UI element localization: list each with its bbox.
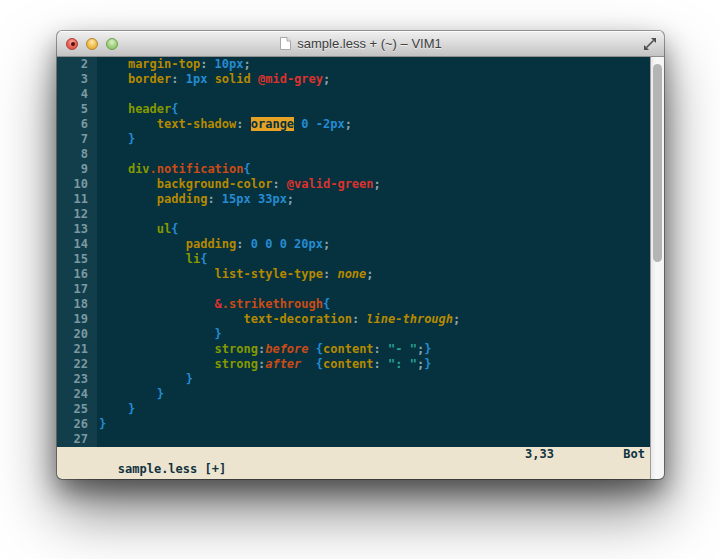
code-text: &.strikethrough{ [97,297,650,312]
code-token [251,72,258,86]
code-text: strong:before {content: "- ";} [97,342,650,357]
code-token [99,57,128,71]
code-token: before [265,342,308,356]
code-line: 18 &.strikethrough{ [57,297,650,312]
code-token [99,297,215,311]
code-token [207,72,214,86]
zoom-icon[interactable] [106,38,118,50]
code-token [99,357,215,371]
code-token: & [215,297,222,311]
code-token: : [352,312,366,326]
code-text: div.notification{ [97,162,650,177]
line-number: 4 [57,87,97,102]
code-text: border: 1px solid @mid-grey; [97,72,650,87]
line-number: 5 [57,102,97,117]
code-line: 24 } [57,387,650,402]
code-line: 17 [57,282,650,297]
code-text: } [97,387,650,402]
code-line: 7 } [57,132,650,147]
code-token: padding [186,237,237,251]
code-token: : [323,267,337,281]
document-icon [279,36,292,51]
line-number: 24 [57,387,97,402]
line-number: 2 [57,57,97,72]
code-token: } [99,417,106,431]
line-number: 16 [57,267,97,282]
code-token: : [200,57,214,71]
fullscreen-arrows-icon[interactable] [643,37,657,51]
code-token: li [186,252,200,266]
code-token: { [171,102,178,116]
code-token: text-shadow [157,117,236,131]
code-token: none [337,267,366,281]
code-token: border [128,72,171,86]
code-line: 12 [57,207,650,222]
code-text [97,207,650,222]
code-token [99,237,186,251]
code-token: ": " [388,357,417,371]
line-number: 11 [57,192,97,207]
code-token: ; [345,117,352,131]
code-token: orange [251,117,294,131]
code-token [99,222,157,236]
code-token: margin-top [128,57,200,71]
code-token: after [265,357,301,371]
code-token: content [323,357,374,371]
code-token: padding [157,192,208,206]
code-token: ; [453,312,460,326]
code-token: solid [215,72,251,86]
code-line: 22 strong:after {content: ": ";} [57,357,650,372]
code-token: header [128,102,171,116]
code-token [99,117,157,131]
code-token: ; [366,267,373,281]
line-number: 19 [57,312,97,327]
code-token: : [374,342,388,356]
code-token: background-color [157,177,273,191]
title-bar[interactable]: sample.less + (~) – VIM1 [57,31,664,57]
code-token: ; [323,72,330,86]
code-token: ; [287,192,294,206]
code-token [99,342,215,356]
code-text: } [97,327,650,342]
vim-editor[interactable]: 2 margin-top: 10px;3 border: 1px solid @… [57,57,650,479]
macvim-window: sample.less + (~) – VIM1 2 margin-top: 1… [57,31,664,479]
close-icon[interactable] [66,38,78,50]
code-line: 9 div.notification{ [57,162,650,177]
window-title: sample.less + (~) – VIM1 [297,36,442,51]
scrollbar-track[interactable] [650,57,664,479]
line-number: 12 [57,207,97,222]
line-number: 21 [57,342,97,357]
code-token: ul [157,222,171,236]
code-text: padding: 15px 33px; [97,192,650,207]
code-text: } [97,372,650,387]
code-text: strong:after {content: ": ";} [97,357,650,372]
line-number: 23 [57,372,97,387]
code-token: 10px [215,57,244,71]
code-text: margin-top: 10px; [97,57,650,72]
code-line: 11 padding: 15px 33px; [57,192,650,207]
line-number: 14 [57,237,97,252]
scrollbar-thumb[interactable] [653,64,662,262]
code-token: 1px [186,72,208,86]
code-token: } [186,372,193,386]
code-token: @valid-green [287,177,374,191]
code-token: @mid-grey [258,72,323,86]
line-number: 6 [57,117,97,132]
code-token: : [236,117,250,131]
code-line: 14 padding: 0 0 0 20px; [57,237,650,252]
code-line: 26} [57,417,650,432]
code-line: 25 } [57,402,650,417]
code-token: content [323,342,374,356]
line-number: 10 [57,177,97,192]
code-token [99,192,157,206]
code-text: background-color: @valid-green; [97,177,650,192]
minimize-icon[interactable] [86,38,98,50]
code-text [97,432,650,447]
line-number: 26 [57,417,97,432]
line-number: 7 [57,132,97,147]
code-token: "- " [388,342,417,356]
line-number: 13 [57,222,97,237]
code-line: 8 [57,147,650,162]
vim-statusline: sample.less [+] 3,33 Bot [57,447,650,479]
code-line: 10 background-color: @valid-green; [57,177,650,192]
